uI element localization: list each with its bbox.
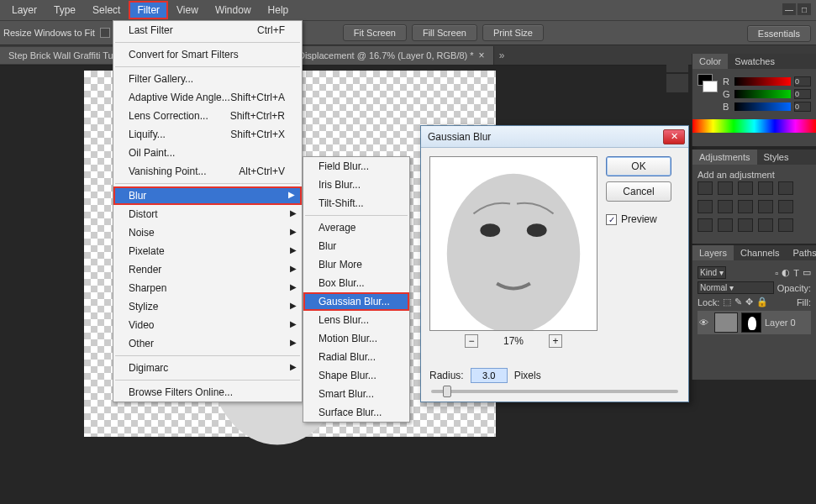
- submenu-iris-blur[interactable]: Iris Blur...: [303, 176, 409, 194]
- lock-icon[interactable]: ✎: [734, 297, 742, 307]
- layer-row[interactable]: 👁 Layer 0: [698, 311, 811, 334]
- tab-swatches[interactable]: Swatches: [728, 54, 782, 69]
- submenu-gaussian-blur[interactable]: Gaussian Blur...: [303, 292, 409, 311]
- layer-mask-thumb[interactable]: [741, 312, 761, 333]
- fit-screen-button[interactable]: Fit Screen: [343, 24, 407, 41]
- restore-icon[interactable]: □: [798, 3, 811, 15]
- submenu-smart-blur[interactable]: Smart Blur...: [303, 385, 409, 403]
- adjustment-icon[interactable]: [778, 218, 793, 232]
- menu-filter[interactable]: Filter: [129, 1, 168, 19]
- menu-item-other[interactable]: Other▶: [113, 334, 302, 353]
- layer-filter-icon[interactable]: ▭: [803, 267, 811, 278]
- tab-layers[interactable]: Layers: [692, 245, 734, 260]
- tab-paths[interactable]: Paths: [787, 245, 816, 260]
- tab-adjustments[interactable]: Adjustments: [692, 150, 757, 165]
- lock-icon[interactable]: 🔒: [756, 297, 768, 307]
- layer-filter-icon[interactable]: ◐: [782, 267, 790, 278]
- minimize-icon[interactable]: —: [782, 3, 796, 15]
- dialog-close-button[interactable]: ✕: [663, 129, 685, 144]
- menu-item-distort[interactable]: Distort▶: [113, 205, 302, 223]
- menu-item-lens-correction[interactable]: Lens Correction...Shift+Ctrl+R: [113, 107, 302, 125]
- adjustment-icon[interactable]: [758, 218, 773, 232]
- menu-item-liquify[interactable]: Liquify...Shift+Ctrl+X: [113, 125, 302, 144]
- zoom-checkbox[interactable]: [100, 28, 110, 38]
- submenu-tilt-shift[interactable]: Tilt-Shift...: [303, 194, 409, 213]
- adjustment-icon[interactable]: [718, 218, 733, 232]
- adjustment-icon[interactable]: [778, 200, 793, 213]
- menu-item-filter-gallery[interactable]: Filter Gallery...: [113, 70, 302, 88]
- menu-item-stylize[interactable]: Stylize▶: [113, 297, 302, 316]
- red-slider[interactable]: [734, 77, 791, 86]
- layer-thumb[interactable]: [714, 312, 738, 333]
- menu-type[interactable]: Type: [45, 1, 84, 19]
- adjustment-icon[interactable]: [758, 181, 773, 195]
- tab-color[interactable]: Color: [692, 54, 728, 69]
- visibility-icon[interactable]: 👁: [699, 318, 711, 328]
- green-slider[interactable]: [734, 90, 791, 98]
- menu-item-video[interactable]: Video▶: [113, 316, 302, 334]
- menu-item-convert-smart[interactable]: Convert for Smart Filters: [113, 45, 302, 64]
- adjustment-icon[interactable]: [698, 181, 713, 195]
- menu-layer[interactable]: Layer: [3, 1, 45, 19]
- layer-filter-icon[interactable]: ▫: [775, 268, 778, 278]
- layer-name[interactable]: Layer 0: [765, 318, 796, 328]
- dialog-titlebar[interactable]: Gaussian Blur ✕: [421, 126, 688, 148]
- preview-checkbox[interactable]: [606, 214, 617, 225]
- submenu-blur-more[interactable]: Blur More: [303, 255, 409, 274]
- adjustment-icon[interactable]: [718, 200, 733, 213]
- submenu-box-blur[interactable]: Box Blur...: [303, 274, 409, 292]
- blend-mode-select[interactable]: Normal ▾: [698, 281, 774, 294]
- ok-button[interactable]: OK: [606, 156, 671, 176]
- menu-select[interactable]: Select: [84, 1, 129, 19]
- menu-item-sharpen[interactable]: Sharpen▶: [113, 279, 302, 297]
- preview-area[interactable]: [429, 156, 598, 331]
- panel-icon[interactable]: [666, 74, 688, 92]
- zoom-in-button[interactable]: +: [549, 334, 562, 348]
- submenu-motion-blur[interactable]: Motion Blur...: [303, 329, 409, 348]
- adjustment-icon[interactable]: [738, 181, 753, 195]
- slider-thumb[interactable]: [443, 386, 451, 397]
- radius-slider[interactable]: [431, 390, 678, 393]
- submenu-average[interactable]: Average: [303, 218, 409, 237]
- menu-window[interactable]: Window: [207, 1, 260, 19]
- submenu-shape-blur[interactable]: Shape Blur...: [303, 366, 409, 385]
- menu-item-last-filter[interactable]: Last FilterCtrl+F: [113, 21, 302, 39]
- tabs-overflow-icon[interactable]: »: [494, 50, 510, 61]
- adjustment-icon[interactable]: [718, 181, 733, 195]
- submenu-blur[interactable]: Blur: [303, 237, 409, 255]
- adjustment-icon[interactable]: [758, 200, 773, 213]
- submenu-field-blur[interactable]: Field Blur...: [303, 157, 409, 176]
- menu-item-browse-filters[interactable]: Browse Filters Online...: [113, 383, 302, 402]
- menu-item-blur[interactable]: Blur▶: [113, 186, 302, 205]
- adjustment-icon[interactable]: [698, 218, 713, 232]
- lock-icon[interactable]: ✥: [745, 297, 753, 307]
- menu-item-adaptive-wide-angle[interactable]: Adaptive Wide Angle...Shift+Ctrl+A: [113, 88, 302, 107]
- menu-item-digimarc[interactable]: Digimarc▶: [113, 359, 302, 377]
- fill-screen-button[interactable]: Fill Screen: [412, 24, 477, 41]
- menu-item-pixelate[interactable]: Pixelate▶: [113, 242, 302, 260]
- cancel-button[interactable]: Cancel: [606, 181, 671, 202]
- layer-filter-icon[interactable]: T: [793, 268, 799, 278]
- color-spectrum[interactable]: [692, 119, 816, 133]
- submenu-radial-blur[interactable]: Radial Blur...: [303, 348, 409, 366]
- menu-item-render[interactable]: Render▶: [113, 260, 302, 279]
- tab-styles[interactable]: Styles: [757, 150, 796, 165]
- adjustment-icon[interactable]: [738, 200, 753, 213]
- fg-bg-swatch[interactable]: [698, 74, 718, 111]
- submenu-lens-blur[interactable]: Lens Blur...: [303, 311, 409, 329]
- print-size-button[interactable]: Print Size: [482, 24, 544, 41]
- menu-item-noise[interactable]: Noise▶: [113, 223, 302, 242]
- panel-icon[interactable]: [666, 54, 688, 72]
- layer-filter-kind[interactable]: Kind ▾: [698, 266, 726, 279]
- submenu-surface-blur[interactable]: Surface Blur...: [303, 403, 409, 422]
- blue-slider[interactable]: [734, 102, 791, 111]
- menu-item-oil-paint[interactable]: Oil Paint...: [113, 144, 302, 162]
- document-tab-2[interactable]: Displacement @ 16.7% (Layer 0, RGB/8) *×: [290, 46, 494, 65]
- adjustment-icon[interactable]: [698, 200, 713, 213]
- radius-input[interactable]: [471, 368, 508, 383]
- adjustment-icon[interactable]: [738, 218, 753, 232]
- tab-channels[interactable]: Channels: [734, 245, 786, 260]
- menu-help[interactable]: Help: [260, 1, 297, 19]
- menu-item-vanishing-point[interactable]: Vanishing Point...Alt+Ctrl+V: [113, 162, 302, 181]
- workspace-switcher[interactable]: Essentials: [747, 25, 811, 42]
